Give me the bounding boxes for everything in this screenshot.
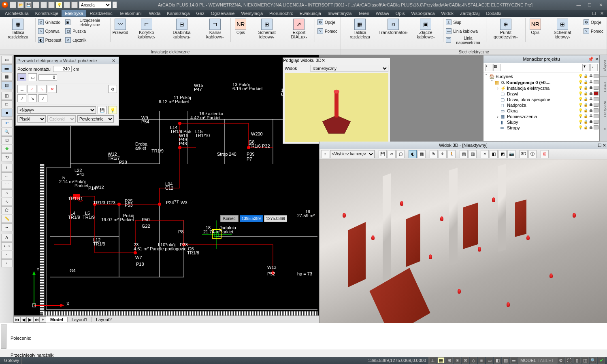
liniakab-button[interactable]: —Linia kablowa bbox=[444, 27, 485, 36]
v3-fly-icon[interactable]: ✈ bbox=[439, 150, 447, 158]
tree-item[interactable]: ▮Słupy💡🔒🖶 bbox=[484, 119, 598, 125]
menu-wstaw[interactable]: Wstaw bbox=[373, 10, 392, 17]
menu-widok[interactable]: Widok bbox=[438, 10, 457, 17]
sb-layout-icon[interactable]: ▯ bbox=[573, 357, 581, 364]
puszka-button[interactable]: ◻Puszka bbox=[64, 27, 109, 36]
menu-rozdzielnic[interactable]: Rozdzielnic bbox=[86, 10, 115, 17]
menu-gaz[interactable]: Gaz bbox=[193, 10, 208, 17]
lacznik-button[interactable]: ⊘Łącznik bbox=[64, 36, 109, 44]
powierzchnie-select[interactable]: Powierzchnie bbox=[77, 115, 114, 123]
style-bulb-icon[interactable]: 💡 bbox=[108, 106, 117, 114]
tree-item[interactable]: ⊓Nadproża💡🔒🖶 bbox=[484, 102, 598, 108]
tab-next-icon[interactable]: ▶ bbox=[27, 316, 33, 323]
mdi-max[interactable]: ☐ bbox=[590, 11, 598, 16]
minimize-button[interactable]: — bbox=[574, 2, 584, 7]
opis2-button[interactable]: NROpis bbox=[526, 18, 544, 36]
sb-ortho-icon[interactable]: ⊞ bbox=[445, 357, 453, 364]
lt-ruler-icon[interactable]: 📏 bbox=[1, 215, 13, 223]
menu-kanalizacja[interactable]: Kanalizacja bbox=[164, 10, 193, 17]
sb-dyn-icon[interactable]: ▭ bbox=[486, 357, 493, 364]
tree-item[interactable]: ˅🏠Budynek💡🔒🖶 bbox=[484, 73, 598, 79]
view3d-max-icon[interactable]: ☐ bbox=[598, 143, 602, 148]
tab-prev-icon[interactable]: ◀ bbox=[20, 316, 27, 323]
lt-blank-icon[interactable]: ▫ bbox=[1, 259, 13, 267]
sb-iso-icon[interactable]: ◧ bbox=[494, 357, 501, 364]
tab-model[interactable]: Model bbox=[46, 317, 68, 322]
v3-camera-select[interactable]: <Wybierz kamerę> bbox=[330, 150, 375, 158]
pm-grid-icon[interactable]: ▦ bbox=[493, 64, 501, 71]
float-close-icon[interactable]: ✕ bbox=[110, 58, 117, 63]
maximize-button[interactable]: ☐ bbox=[585, 2, 594, 8]
linianap-button[interactable]: ⌒Linia napowietrzna bbox=[444, 36, 485, 44]
menu-woda[interactable]: Woda bbox=[146, 10, 164, 17]
sidetab-podrys[interactable]: Podrys bbox=[600, 55, 607, 77]
lt-rect2-icon[interactable]: ▬ bbox=[1, 64, 13, 72]
mode-diag2-icon[interactable]: ⟍ bbox=[38, 85, 47, 93]
seg-btn1[interactable]: ▬ bbox=[17, 73, 26, 81]
przewod-button[interactable]: 〰Przewód bbox=[111, 18, 129, 36]
v3-light-icon[interactable]: ☀ bbox=[481, 150, 489, 158]
sb-hat-icon[interactable]: ▨ bbox=[502, 357, 509, 364]
tab-last-icon[interactable]: ⏭ bbox=[33, 316, 40, 323]
oprawa-button[interactable]: ○Oprawa bbox=[36, 27, 63, 36]
sidetab-a[interactable]: A... bbox=[600, 120, 607, 142]
status-tablet[interactable]: TABLET bbox=[537, 358, 554, 363]
project-tree[interactable]: ˅🏠Budynek💡🔒🖶˅▦0. Kondygnacja 0 (±0....💡🔒… bbox=[483, 72, 599, 141]
mdi-close[interactable]: ✕ bbox=[598, 11, 605, 16]
menu-konstrukcje[interactable]: Konstrukcje bbox=[32, 10, 62, 17]
schemat2-button[interactable]: ⊞Schemat ideowy▾ bbox=[545, 18, 580, 40]
mode-free-icon[interactable]: ✕ bbox=[48, 85, 57, 93]
slup-button[interactable]: ⊥Słup bbox=[444, 18, 485, 27]
qat-dropdown-icon[interactable]: ▾ bbox=[113, 2, 117, 8]
v3-persp-icon[interactable]: ▱ bbox=[388, 150, 396, 158]
schemat1-button[interactable]: ⊞Schemat ideowy▾ bbox=[250, 18, 283, 40]
v3-layers-icon[interactable]: ▤ bbox=[460, 150, 468, 158]
sb-snap-icon[interactable]: ⊥ bbox=[429, 357, 437, 364]
mode-diag1-icon[interactable]: ⟋ bbox=[28, 85, 36, 93]
sidetab-widok3d[interactable]: Widok 3D bbox=[600, 98, 607, 120]
v3-walk-icon[interactable]: 🚶 bbox=[447, 150, 456, 158]
sb-tile-icon[interactable]: ◫ bbox=[581, 357, 589, 364]
qat-undo-icon[interactable]: ↶ bbox=[40, 2, 47, 8]
lt-poly-icon[interactable]: ⬠ bbox=[1, 206, 13, 214]
mode-ortho-icon[interactable]: ⊥ bbox=[17, 85, 26, 93]
menu-piorunochrc[interactable]: Piorunochrc bbox=[266, 10, 296, 17]
mdi-min[interactable]: — bbox=[582, 11, 590, 16]
sb-menu-icon[interactable]: ☰ bbox=[510, 357, 518, 364]
command-line[interactable]: Polecenie: Przeciwległy narożnik: Anuluj… bbox=[0, 323, 607, 349]
tree-item[interactable]: ›▦Pomieszczenia💡🔒🖶 bbox=[484, 114, 598, 119]
menu-elektryka[interactable]: Elektryka bbox=[62, 10, 86, 17]
lt-dim-icon[interactable]: ⟷ bbox=[1, 242, 13, 250]
lt-arc-icon[interactable]: ⌒ bbox=[1, 181, 13, 189]
lt-square-icon[interactable]: □ bbox=[1, 100, 13, 108]
v3-wire-icon[interactable]: ▦ bbox=[417, 150, 426, 158]
v3-cam-icon[interactable]: 📷 bbox=[507, 150, 515, 158]
tree-item[interactable]: ═Stropy💡🔒🖶 bbox=[484, 125, 598, 131]
pisaki-select[interactable]: Pisaki bbox=[17, 115, 46, 123]
pm-add-icon[interactable]: + bbox=[485, 64, 492, 71]
lt-rect-icon[interactable]: ▭ bbox=[1, 56, 13, 64]
style-save-icon[interactable]: 💾 bbox=[98, 106, 106, 114]
tablica-rozdzielcza-button[interactable]: ▦Tablica rozdzielcza bbox=[2, 18, 34, 40]
qat-bulb-icon[interactable]: 💡 bbox=[56, 2, 62, 8]
sb-gear-icon[interactable]: ⚙ bbox=[557, 357, 564, 364]
lt-orbit-icon[interactable]: ⟲ bbox=[1, 153, 13, 161]
tab-first-icon[interactable]: ⏮ bbox=[14, 316, 20, 323]
tree-item[interactable]: ˅▦0. Kondygnacja 0 (±0....💡🔒🖶 bbox=[484, 79, 598, 85]
preview3d-canvas[interactable] bbox=[285, 73, 388, 142]
lt-grid2-icon[interactable]: ▤ bbox=[1, 81, 13, 89]
status-model[interactable]: MODEL bbox=[520, 358, 536, 363]
v3-tex-icon[interactable]: ◩ bbox=[498, 150, 507, 158]
lt-fill-icon[interactable]: ■ bbox=[1, 109, 13, 117]
sidetab-rzut1[interactable]: Rzut 1 bbox=[600, 77, 607, 99]
czcionki-select[interactable]: Czcionki bbox=[47, 115, 76, 123]
menu-teren[interactable]: Teren bbox=[355, 10, 373, 17]
lt-text-icon[interactable]: A bbox=[1, 234, 13, 242]
menu-dodatki[interactable]: Dodatki bbox=[483, 10, 504, 17]
punktgeo-button[interactable]: ⊕Punkt geodezyjny▾ bbox=[487, 18, 524, 40]
tab-add-icon[interactable]: + bbox=[40, 316, 46, 323]
project-manager-panel[interactable]: Menadżer projektu📌 ✕ + ▦ ▼ ⋮ ˅🏠Budynek💡🔒… bbox=[483, 55, 600, 142]
gear-icon[interactable]: ⚙ bbox=[108, 85, 117, 93]
lt-measure-icon[interactable]: ↔ bbox=[1, 223, 13, 231]
sb-otrack-icon[interactable]: ◇ bbox=[470, 357, 477, 364]
